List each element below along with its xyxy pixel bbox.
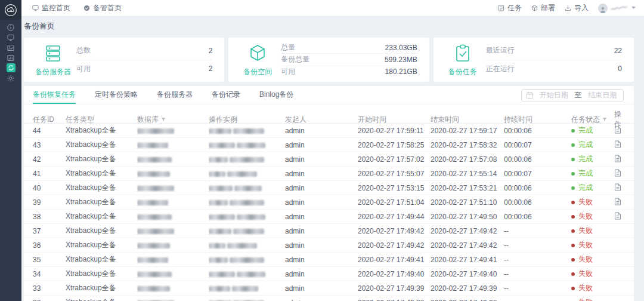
cell-end-time: 2020-02-27 17:49:38 <box>431 299 504 301</box>
end-date-placeholder[interactable]: 结束日期 <box>587 90 619 100</box>
cell-end-time: 2020-02-27 17:49:50 <box>431 213 504 221</box>
cell-instance-redacted <box>209 270 285 278</box>
filter-icon[interactable] <box>161 117 166 122</box>
card-label: 备份空间 <box>243 67 272 77</box>
status-dot <box>571 186 575 190</box>
tab-2[interactable]: 备份服务器 <box>157 86 193 104</box>
column-header-2[interactable]: 数据库 <box>137 115 209 125</box>
ops-home-icon <box>83 5 90 11</box>
card-row: 备份总量 599.23MB <box>281 53 417 65</box>
topbar-action-0[interactable]: 任务 <box>498 3 522 13</box>
status-label: 完成 <box>578 183 593 193</box>
topbar-menu-0[interactable]: 监控首页 <box>32 3 70 13</box>
log-button[interactable] <box>614 140 621 148</box>
table-row: 40 Xtrabackup全备 admin 2020-02-27 17:53:1… <box>24 181 634 195</box>
table-row: 33 Xtrabackup全备 admin 2020-02-27 17:49:3… <box>24 281 634 296</box>
sidebar-item-instances[interactable] <box>0 42 21 53</box>
topbar-actions: 任务部署导入 <box>498 3 636 13</box>
cell-start-time: 2020-02-27 17:53:15 <box>358 184 431 192</box>
cell-task-id: 43 <box>33 141 66 149</box>
main-panel: 备份恢复任务定时备份策略备份服务器备份记录Binlog备份 开始日期 至 结束日… <box>24 86 634 301</box>
cell-database-redacted <box>137 155 209 164</box>
cell-status: 完成 <box>571 168 614 179</box>
cell-initiator: admin <box>285 198 358 207</box>
cell-task-id: 34 <box>33 270 66 278</box>
column-header-8[interactable]: 任务状态 <box>571 115 614 125</box>
topbar-action-2[interactable]: 导入 <box>565 3 589 13</box>
filter-icon[interactable] <box>602 117 607 122</box>
cell-initiator: admin <box>285 155 358 164</box>
cell-task-type: Xtrabackup全备 <box>66 140 137 150</box>
summary-card-2: 备份任务 最近运行 22 正在运行 0 <box>434 38 634 82</box>
cell-status: 完成 <box>571 140 614 150</box>
table-row: 38 Xtrabackup全备 admin 2020-02-27 17:49:4… <box>24 210 634 224</box>
cell-task-type: Xtrabackup全备 <box>66 297 137 301</box>
tabs: 备份恢复任务定时备份策略备份服务器备份记录Binlog备份 <box>33 86 293 104</box>
cell-initiator: admin <box>285 227 358 235</box>
topbar-menu-1[interactable]: 备管首页 <box>83 3 122 13</box>
cell-status: 失败 <box>571 240 614 250</box>
tab-3[interactable]: 备份记录 <box>212 86 240 104</box>
column-label: 数据库 <box>137 115 159 125</box>
cell-actions <box>614 140 625 150</box>
start-date-placeholder[interactable]: 开始日期 <box>538 90 570 100</box>
cell-end-time: 2020-02-27 17:51:10 <box>431 198 504 207</box>
status-dot <box>571 215 575 219</box>
card-row-value: 22 <box>614 47 622 55</box>
column-header-6: 结束时间 <box>431 115 504 125</box>
log-button[interactable] <box>614 155 621 162</box>
app-logo-cloud-icon[interactable] <box>0 0 21 20</box>
card-row: 总数 2 <box>76 42 212 60</box>
status-label: 失败 <box>578 226 593 236</box>
cell-start-time: 2020-02-27 17:49:44 <box>358 213 431 221</box>
sidebar-item-alarm-chart[interactable] <box>0 53 21 63</box>
task-icon <box>498 5 504 11</box>
clipboard-icon <box>453 43 473 65</box>
topbar-action-1[interactable]: 部署 <box>531 3 555 13</box>
tab-0[interactable]: 备份恢复任务 <box>33 86 76 104</box>
sidebar-item-monitor[interactable] <box>0 32 21 42</box>
monitor-icon <box>7 33 16 42</box>
cell-start-time: 2020-02-27 17:49:40 <box>358 270 431 278</box>
log-button[interactable] <box>614 183 621 191</box>
cell-instance-redacted <box>209 184 285 192</box>
cell-start-time: 2020-02-27 17:59:11 <box>358 127 431 135</box>
log-button[interactable] <box>614 198 621 205</box>
log-button[interactable] <box>614 126 621 134</box>
sidebar-item-settings[interactable] <box>0 73 21 83</box>
cell-task-type: Xtrabackup全备 <box>66 269 137 279</box>
user-menu[interactable] <box>598 4 636 13</box>
settings-icon <box>7 73 16 82</box>
cell-database-redacted <box>137 299 209 301</box>
cell-actions <box>614 155 625 164</box>
cell-status: 完成 <box>571 154 614 164</box>
status-label: 完成 <box>578 140 593 150</box>
cell-status: 失败 <box>571 226 614 236</box>
cell-status: 失败 <box>571 283 614 293</box>
cell-database-redacted <box>137 284 209 293</box>
status-label: 失败 <box>578 254 593 265</box>
log-button[interactable] <box>614 169 621 177</box>
log-button[interactable] <box>614 212 621 220</box>
card-row: 可用 180.21GB <box>281 66 417 78</box>
tab-1[interactable]: 定时备份策略 <box>95 86 138 104</box>
sidebar <box>0 0 21 301</box>
cell-instance-redacted <box>209 141 285 149</box>
cell-duration: -- <box>504 227 571 235</box>
cell-start-time: 2020-02-27 17:49:42 <box>358 227 431 235</box>
cell-instance-redacted <box>209 256 285 264</box>
cell-instance-redacted <box>209 241 285 250</box>
status-dot <box>571 272 575 276</box>
sidebar-item-info[interactable] <box>0 22 21 32</box>
cell-actions <box>614 198 625 207</box>
date-range-picker[interactable]: 开始日期 至 结束日期 <box>521 89 624 102</box>
cell-status: 失败 <box>571 254 614 265</box>
table-row: 43 Xtrabackup全备 admin 2020-02-27 17:58:2… <box>24 138 634 152</box>
sidebar-item-backup[interactable] <box>0 63 21 73</box>
cell-end-time: 2020-02-27 17:49:40 <box>431 270 504 278</box>
card-row-value: 599.23MB <box>385 56 417 64</box>
tab-4[interactable]: Binlog备份 <box>259 86 293 104</box>
cell-duration: 00:00:06 <box>504 155 571 164</box>
cell-status: 失败 <box>571 197 614 207</box>
card-row-value: 2 <box>209 47 213 55</box>
